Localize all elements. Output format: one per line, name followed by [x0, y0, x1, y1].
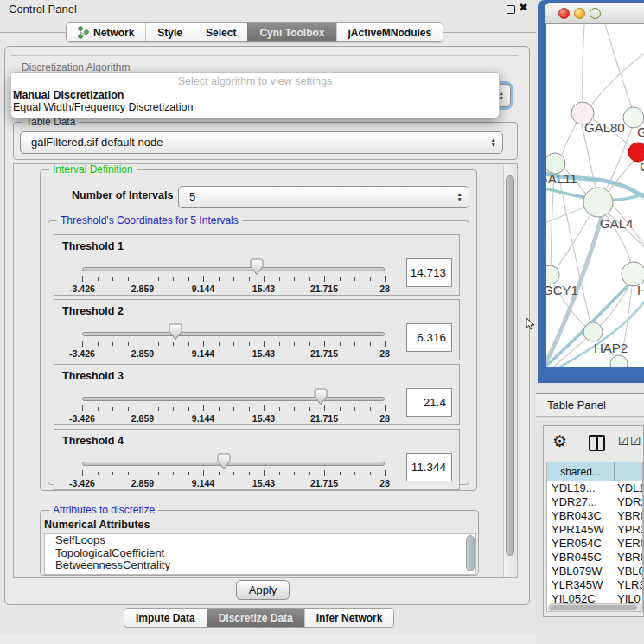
table-row[interactable]: YBR043CYBR0	[547, 509, 643, 523]
threshold-value-field[interactable]: 11.344	[406, 453, 452, 481]
tab-style[interactable]: Style	[145, 23, 194, 41]
network-edge[interactable]	[583, 24, 584, 102]
slider-track[interactable]	[82, 397, 385, 401]
node-label: C	[640, 159, 644, 174]
cell-name: YBR0	[617, 509, 643, 522]
minor-tick	[128, 472, 129, 475]
minor-tick	[98, 407, 99, 411]
tab-infer-network[interactable]: Infer Network	[304, 609, 394, 627]
cell-name: YBL0	[617, 564, 643, 577]
attribute-item-selfloops[interactable]: SelfLoops	[45, 534, 475, 547]
apply-button[interactable]: Apply	[236, 580, 290, 600]
network-edge[interactable]	[562, 123, 577, 155]
node-label: GAL4	[600, 216, 633, 231]
minor-tick	[354, 342, 355, 346]
table-data-select[interactable]: galFiltered.sif default node ▲▼	[20, 131, 503, 154]
network-view-window[interactable]: GAL80GACGAL11GAL4GCY1HHAP2	[538, 0, 644, 383]
major-tick	[82, 341, 83, 347]
close-icon[interactable]: ✖	[519, 1, 528, 14]
algorithm-option-manual-discretization[interactable]: Manual Discretization	[13, 89, 124, 101]
minor-tick	[219, 342, 220, 346]
number-of-intervals-select[interactable]: 5 ▲▼	[178, 186, 469, 208]
node-label: GA	[637, 124, 644, 139]
table-row[interactable]: YDL19...YDL1	[547, 481, 643, 495]
horizontal-scrollbar-thumb[interactable]	[550, 605, 637, 610]
slider-thumb[interactable]	[314, 388, 328, 405]
table-row[interactable]: YDR27...YDR2	[547, 495, 643, 509]
table-panel-title: Table Panel	[547, 399, 606, 411]
table-row[interactable]: YLR345WYLR3	[547, 578, 643, 592]
attributes-list-scrollbar[interactable]	[466, 535, 475, 571]
minor-tick	[340, 342, 341, 346]
tab-discretize-data[interactable]: Discretize Data	[207, 609, 304, 627]
attribute-item-topologicalcoefficient[interactable]: TopologicalCoefficient	[45, 547, 475, 560]
threshold-value-field[interactable]: 14.713	[406, 258, 452, 287]
vertical-scrollbar[interactable]	[503, 165, 516, 577]
tab-network[interactable]: Network	[67, 23, 145, 41]
minor-tick	[340, 407, 341, 411]
attribute-item-betweennesscentrality[interactable]: BetweennessCentrality	[45, 559, 475, 572]
network-window-titlebar[interactable]	[545, 3, 644, 24]
horizontal-scrollbar[interactable]	[548, 603, 642, 612]
close-traffic-light[interactable]	[558, 8, 570, 19]
minor-tick	[249, 342, 250, 346]
tab-label: Impute Data	[136, 612, 195, 624]
minor-tick	[354, 407, 355, 411]
column-header-shared[interactable]: shared...	[547, 462, 615, 481]
slider-track[interactable]	[82, 462, 385, 466]
minimize-traffic-light[interactable]	[574, 8, 585, 19]
network-edge[interactable]	[557, 216, 590, 268]
threshold-value-field[interactable]: 6.316	[406, 323, 452, 352]
network-node[interactable]	[610, 355, 628, 367]
threshold-coordinates-group: Threshold's Coordinates for 5 Intervals …	[48, 220, 469, 485]
slider-thumb[interactable]	[250, 258, 264, 276]
major-tick	[264, 405, 265, 411]
network-node-gcy1[interactable]	[546, 265, 559, 284]
major-tick	[385, 276, 386, 282]
table-row[interactable]: YBL079WYBL0	[547, 564, 643, 578]
slider-track[interactable]	[82, 332, 385, 336]
minor-tick	[233, 472, 234, 475]
algorithm-prompt-item[interactable]: Select algorithm to view settings	[11, 75, 499, 87]
slider-thumb[interactable]	[217, 453, 231, 470]
zoom-traffic-light[interactable]	[590, 8, 601, 19]
tab-jactivemnodules[interactable]: jActiveMNodules	[336, 23, 443, 41]
network-canvas[interactable]: GAL80GACGAL11GAL4GCY1HHAP2	[546, 24, 644, 367]
network-node-gal4[interactable]	[583, 188, 613, 217]
minor-tick	[158, 472, 159, 475]
minor-tick	[188, 277, 189, 281]
major-tick	[82, 470, 83, 476]
tab-impute-data[interactable]: Impute Data	[124, 609, 207, 627]
tab-cyni-toolbox[interactable]: Cyni Toolbox	[247, 23, 335, 41]
columns-icon[interactable]	[589, 435, 605, 451]
algorithm-option-equal-width-frequency-discretization[interactable]: Equal Width/Frequency Discretization	[13, 101, 193, 113]
minor-tick	[249, 277, 250, 281]
minor-tick	[158, 407, 159, 411]
tab-select[interactable]: Select	[194, 23, 247, 41]
numerical-attributes-list[interactable]: SelfLoopsTopologicalCoefficientBetweenne…	[44, 533, 476, 575]
checkbox-icon[interactable]: ☑	[630, 434, 641, 448]
network-edge[interactable]	[591, 54, 644, 105]
table-row[interactable]: YBR045CYBR0	[547, 551, 643, 564]
vertical-scrollbar-thumb[interactable]	[506, 175, 514, 556]
table-row[interactable]: YER054CYER0	[547, 537, 643, 551]
threshold-panel-4: Threshold 4-3.4262.8599.14415.4321.71528…	[54, 429, 460, 490]
minor-tick	[112, 472, 113, 475]
column-header-n[interactable]: n	[615, 462, 643, 481]
network-edge[interactable]	[546, 137, 547, 156]
network-node-hap2[interactable]	[583, 322, 603, 341]
major-tick	[143, 470, 143, 476]
slider-thumb[interactable]	[169, 323, 182, 341]
float-window-icon[interactable]	[507, 5, 515, 14]
tick-label: 21.715	[298, 348, 350, 359]
checkbox-icon[interactable]: ☑	[618, 434, 629, 448]
network-edge[interactable]	[600, 285, 629, 326]
gear-icon[interactable]: ⚙	[552, 432, 567, 451]
tick-label: 28	[359, 284, 411, 294]
table-row[interactable]: YIL052CYIL0	[547, 592, 643, 603]
node-label: GCY1	[546, 283, 578, 297]
minor-tick	[354, 472, 355, 475]
table-row[interactable]: YPR145WYPR1	[547, 523, 643, 537]
slider-track[interactable]	[82, 267, 385, 271]
threshold-value-field[interactable]: 21.4	[406, 388, 452, 417]
